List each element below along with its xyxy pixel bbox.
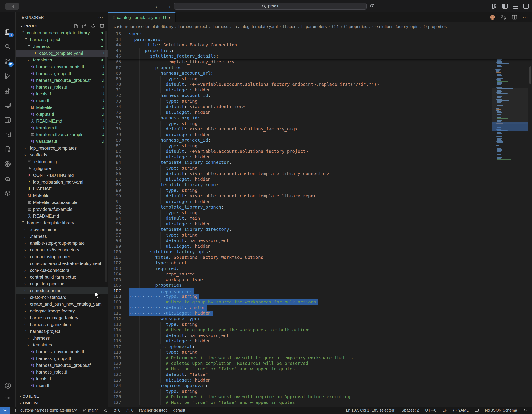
status-left-default[interactable]: default — [173, 408, 185, 413]
sidebar-scrollbar[interactable] — [105, 31, 107, 282]
code-line-106[interactable]: 106properties: — [108, 282, 532, 288]
code-line-45[interactable]: 45properties: — [108, 48, 532, 54]
code-line-105[interactable]: 105- workspace_type — [108, 277, 532, 283]
breadcrumb-item[interactable]: .harness — [212, 24, 228, 29]
code-line-101[interactable]: 101title: Solutions Factory Workflow Opt… — [108, 255, 532, 260]
compare-changes-icon[interactable] — [501, 14, 507, 20]
settings-gear-icon[interactable] — [4, 391, 11, 405]
breadcrumb-item[interactable]: harness-project — [178, 24, 207, 29]
tree-folder-ccm-autostop-primer[interactable]: ›ccm-autostop-primer — [16, 253, 108, 260]
tree-file-harness-groups-tf[interactable]: harness_groups.tf — [16, 355, 108, 362]
tree-file-idp-registration-mgr-yaml[interactable]: !idp_registration_mgr.yaml — [16, 179, 108, 186]
code-line-113[interactable]: 113type: string — [108, 322, 532, 327]
tree-folder--devcontainer[interactable]: ›.devcontainer — [16, 226, 108, 233]
tree-file-harness-environments-tf[interactable]: harness_environments.tfU — [16, 64, 108, 70]
code-line-111[interactable]: 111··············ui:widget: hidden — [108, 310, 532, 316]
command-center-search[interactable]: prod1 — [174, 3, 367, 10]
tree-file-makefile[interactable]: MMakefile — [16, 192, 108, 199]
project-section-header[interactable]: › PROD1 — [16, 23, 108, 29]
tree-file-harness-groups-tf[interactable]: harness_groups.tfU — [16, 70, 108, 77]
breadcrumb-item[interactable]: { }1 — [332, 24, 339, 29]
tree-file-makefile[interactable]: MMakefileU — [16, 104, 108, 111]
tree-file-outputs-tf[interactable]: outputs.tfU — [16, 111, 108, 118]
activity-terraform-cloud-icon[interactable] — [0, 127, 15, 142]
activity-search-icon[interactable] — [0, 39, 15, 54]
tree-folder-ci-sto-hcr-standard[interactable]: ›ci-sto-hcr-standard — [16, 294, 108, 301]
code-line-67[interactable]: 67properties: — [108, 65, 532, 71]
tree-folder-harness-project[interactable]: ›harness-project — [16, 36, 108, 43]
tab-catalog-template-yaml[interactable]: ! catalog_template.yaml U ● — [108, 12, 176, 22]
code-line-86[interactable]: 86default: <+variable.account.custom_tem… — [108, 171, 532, 177]
code-line-83[interactable]: 83ui:widget: hidden — [108, 154, 532, 160]
status-right-utf-8[interactable]: UTF-8 — [425, 408, 436, 413]
status-right-feedback[interactable] — [475, 408, 479, 413]
window-control-pill[interactable] — [5, 3, 19, 10]
tree-file-locals-tf[interactable]: locals.tf — [16, 376, 108, 382]
code-line-81[interactable]: 81type: string — [108, 143, 532, 149]
code-line-94[interactable]: 94default: main — [108, 216, 532, 221]
code-line-77[interactable]: 77type: string — [108, 121, 532, 126]
breadcrumb-item[interactable]: [ ]parameters — [302, 24, 327, 29]
code-line-122[interactable]: 122default: "false" — [108, 372, 532, 377]
profile-sync-button[interactable]: ⌄ — [370, 3, 379, 10]
tree-folder-ci-golden-pipeline[interactable]: ›ci-golden-pipeline — [16, 281, 108, 287]
tree-folder-idp-resource-templates[interactable]: ›idp_resource_templates — [16, 145, 108, 152]
status-left-sync[interactable] — [104, 409, 108, 413]
tree-file-makefile-local-example[interactable]: Makefile.local.example — [16, 199, 108, 206]
status-right-no-json-schema[interactable]: No JSON Schema — [485, 408, 517, 413]
code-line-89[interactable]: 89type: string — [108, 188, 532, 193]
tree-file--gitignore[interactable]: .gitignore — [16, 165, 108, 172]
forward-button[interactable]: → — [166, 3, 172, 10]
code-line-123[interactable]: 123ui:widget: hidden — [108, 377, 532, 383]
tree-folder-harness-template-library[interactable]: ›harness-template-library — [16, 219, 108, 226]
status-left-custom-harness-template-library[interactable]: custom-harness-template-library — [15, 408, 77, 413]
activity-kubernetes-icon[interactable] — [0, 156, 15, 171]
tree-file-harness-resource-groups-tf[interactable]: harness_resource_groups.tfU — [16, 77, 108, 84]
code-line-110[interactable]: 110··············default: custom — [108, 305, 532, 310]
code-line-87[interactable]: 87ui:widget: hidden — [108, 177, 532, 182]
code-line-80[interactable]: 80harness_project_id: — [108, 137, 532, 143]
refresh-icon[interactable] — [90, 24, 96, 29]
code-line-85[interactable]: 85type: string — [108, 165, 532, 171]
tree-folder--harness[interactable]: ›.harness — [16, 43, 108, 50]
tree-file-contributing-md[interactable]: CONTRIBUTING.md — [16, 172, 108, 179]
minimap-viewport[interactable] — [492, 88, 528, 124]
tree-file-main-tf[interactable]: main.tfU — [16, 97, 108, 104]
toggle-sidebar-icon[interactable] — [502, 3, 508, 9]
code-line-116[interactable]: 116ui:widget: hidden — [108, 338, 532, 344]
new-file-icon[interactable] — [73, 24, 79, 29]
tree-file-harness-roles-tf[interactable]: harness_roles.tfU — [16, 84, 108, 91]
tree-folder-harness-ci-image-factory[interactable]: ›harness-ci-image-factory — [16, 314, 108, 321]
code-line-14[interactable]: 14parameters: — [108, 37, 532, 42]
toggle-secondary-sidebar-icon[interactable] — [523, 3, 529, 9]
tree-folder-ansible-step-group-template[interactable]: ›ansible-step-group-template — [16, 240, 108, 247]
editor-more-actions[interactable]: ⋯ — [522, 14, 528, 21]
code-line-127[interactable]: 127# Must be "true" or "false" and wrapp… — [108, 400, 532, 405]
tree-folder-ccm-auto-k8s-connectors[interactable]: ›ccm-auto-k8s-connectors — [16, 247, 108, 253]
code-line-70[interactable]: 70default: <+<+variable.account.solution… — [108, 82, 532, 87]
code-line-108[interactable]: 108··············type: string — [108, 294, 532, 299]
code-line-74[interactable]: 74default: <+account.identifier> — [108, 104, 532, 110]
code-line-119[interactable]: 119# Determines if the workflow will tri… — [108, 355, 532, 361]
activity-explorer-icon[interactable]: 1 — [0, 25, 15, 39]
code-line-84[interactable]: 84template_library_connector: — [108, 160, 532, 165]
tree-file--editorconfig[interactable]: .editorconfig — [16, 159, 108, 165]
code-line-121[interactable]: 121# Must be "true" or "false" and wrapp… — [108, 366, 532, 372]
code-line-91[interactable]: 91ui:widget: hidden — [108, 199, 532, 205]
tree-file-terraform-tfvars-example[interactable]: terraform.tfvars.exampleU — [16, 131, 108, 138]
status-left-rancher-desktop[interactable]: rancher-desktop — [139, 408, 168, 413]
code-line-13[interactable]: 13spec: — [108, 31, 532, 37]
code-line-93[interactable]: 93type: string — [108, 210, 532, 216]
breadcrumb-item[interactable]: custom-harness-template-library — [114, 24, 173, 29]
tree-file-catalog-template-yaml[interactable]: !catalog_template.yamlU — [16, 50, 108, 57]
vertical-scrollbar[interactable] — [529, 66, 531, 84]
status-right-bell[interactable] — [523, 409, 527, 413]
tree-folder-templates[interactable]: ›templates — [16, 57, 108, 64]
tree-folder--harness[interactable]: ›.harness — [16, 335, 108, 342]
code-line-46[interactable]: 46solutions_factory_details: — [108, 53, 532, 59]
code-lines[interactable]: 66- template_library_directory67properti… — [108, 59, 532, 405]
activity-run-debug-icon[interactable] — [0, 68, 15, 83]
code-line-125[interactable]: 125type: string — [108, 389, 532, 394]
split-editor-icon[interactable] — [512, 14, 518, 20]
tree-file-license[interactable]: LICENSE — [16, 186, 108, 192]
